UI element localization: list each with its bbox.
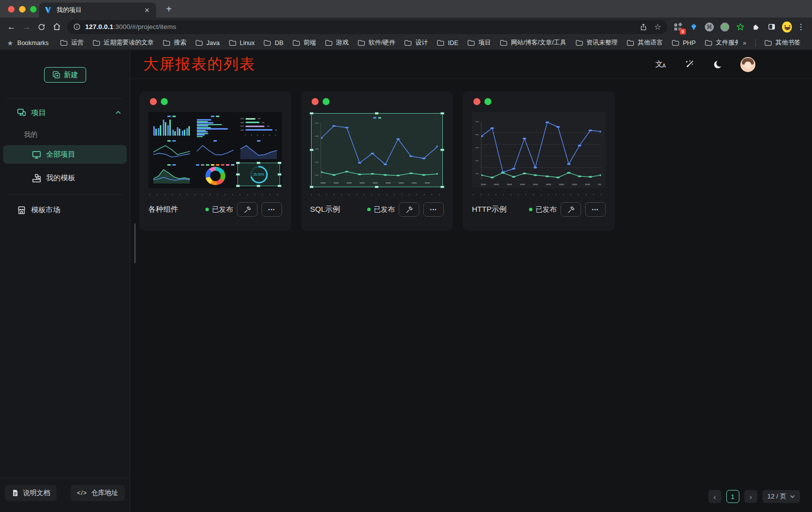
- tab-title: 我的项目: [57, 6, 143, 15]
- card-window-dots: [150, 98, 282, 105]
- project-thumbnail[interactable]: [310, 112, 444, 188]
- selection-handle[interactable]: [236, 162, 240, 164]
- reload-button[interactable]: [34, 20, 49, 35]
- sidebar-item-all-projects[interactable]: 全部项目: [3, 145, 127, 164]
- side-panel-icon[interactable]: [766, 22, 776, 32]
- more-icon: •••: [430, 207, 437, 212]
- bookmark-folder[interactable]: 软件/硬件: [353, 37, 400, 49]
- bookmark-folder[interactable]: Java: [191, 38, 224, 48]
- prev-page-button[interactable]: ‹: [708, 490, 721, 503]
- card-footer: 各种组件 已发布 •••: [148, 202, 282, 217]
- next-page-button[interactable]: ›: [744, 490, 757, 503]
- bookmarks-label[interactable]: Bookmarks: [18, 40, 49, 47]
- selection-handle[interactable]: [278, 162, 282, 164]
- bookmark-folder[interactable]: Linux: [224, 38, 259, 48]
- edit-project-button[interactable]: [561, 202, 581, 217]
- mini-chart: [151, 163, 192, 186]
- bookmark-folder[interactable]: PHP: [667, 38, 700, 48]
- selection-handle[interactable]: [236, 173, 240, 176]
- extension-star-icon[interactable]: [735, 22, 745, 32]
- bookmark-label: 网站/博客/文章/工具: [511, 39, 566, 47]
- extension-command-icon[interactable]: ⌘: [704, 22, 714, 32]
- new-tab-button[interactable]: +: [161, 2, 176, 17]
- current-page-button[interactable]: 1: [726, 490, 739, 503]
- bookmarks-star-icon[interactable]: ★: [7, 39, 14, 47]
- chevron-up-icon[interactable]: [115, 109, 122, 116]
- language-toggle-button[interactable]: 文A: [655, 59, 667, 71]
- bookmark-folder[interactable]: 资讯未整理: [571, 37, 623, 49]
- bookmark-label: IDE: [448, 40, 458, 47]
- sidebar-item-my-templates[interactable]: 我的模板: [3, 169, 127, 187]
- selection-handle[interactable]: [236, 185, 240, 187]
- selection-handle[interactable]: [256, 185, 260, 187]
- edit-project-button[interactable]: [399, 202, 419, 217]
- profile-avatar-emoji[interactable]: [782, 22, 792, 32]
- project-thumbnail[interactable]: [472, 112, 606, 188]
- selection-handle[interactable]: [310, 112, 314, 115]
- dark-mode-button[interactable]: [712, 59, 724, 71]
- bookmark-folder[interactable]: 近期需要读的文章: [88, 37, 158, 49]
- docs-button[interactable]: 说明文档: [5, 485, 57, 501]
- browser-menu-button[interactable]: ⋮: [794, 22, 808, 32]
- extension-record-icon[interactable]: [720, 22, 730, 32]
- sidebar-item-template-market[interactable]: 模板市场: [0, 201, 130, 219]
- bookmark-folder[interactable]: 网站/博客/文章/工具: [495, 37, 571, 49]
- home-button[interactable]: [49, 20, 64, 35]
- user-avatar[interactable]: [740, 57, 755, 72]
- minimize-window-button[interactable]: [19, 6, 26, 13]
- scrollbar[interactable]: [134, 223, 136, 263]
- bookmark-folder[interactable]: 游戏: [321, 37, 353, 49]
- selection-handle[interactable]: [375, 112, 379, 115]
- forward-button[interactable]: →: [19, 20, 34, 35]
- folder-icon: [404, 40, 412, 46]
- browser-tab[interactable]: 我的项目 ✕: [39, 3, 156, 18]
- extension-gem-icon[interactable]: [689, 22, 699, 32]
- status-badge: 已发布: [367, 205, 395, 214]
- selection-handle[interactable]: [278, 173, 282, 176]
- page-size-select[interactable]: 12 / 页: [762, 490, 800, 503]
- share-button[interactable]: [640, 23, 647, 31]
- sidebar-section-projects[interactable]: 项目: [0, 105, 130, 120]
- more-actions-button[interactable]: •••: [423, 202, 444, 217]
- new-project-button[interactable]: 新建: [44, 67, 86, 83]
- extension-badge: 9: [680, 29, 686, 35]
- bookmark-folder[interactable]: 运营: [56, 37, 88, 49]
- bookmark-folder[interactable]: 设计: [400, 37, 432, 49]
- project-thumbnail[interactable]: 25.00%: [148, 112, 282, 188]
- sidebar-divider: [6, 194, 124, 195]
- selection-handle[interactable]: [310, 186, 314, 188]
- selection-handle[interactable]: [310, 149, 314, 151]
- bookmarks-overflow-chevron[interactable]: »: [738, 40, 751, 47]
- theme-wand-button[interactable]: [683, 59, 695, 71]
- project-title: HTTP示例: [472, 205, 506, 214]
- bookmark-folder[interactable]: IDE: [432, 38, 463, 48]
- selection-handle[interactable]: [375, 186, 379, 188]
- selection-handle[interactable]: [278, 185, 282, 187]
- selection-handle[interactable]: [440, 149, 444, 151]
- bookmark-folder[interactable]: 文件服务器: [700, 37, 738, 49]
- window-controls[interactable]: [8, 6, 37, 13]
- other-bookmarks[interactable]: 其他书签: [760, 37, 805, 49]
- extension-grid-icon[interactable]: 9: [673, 22, 683, 32]
- zoom-window-button[interactable]: [30, 6, 37, 13]
- bookmark-page-button[interactable]: ☆: [654, 22, 661, 32]
- more-actions-button[interactable]: •••: [585, 202, 606, 217]
- bookmark-folder[interactable]: 前端: [288, 37, 321, 49]
- folder-icon: [293, 40, 300, 46]
- tab-close-icon[interactable]: ✕: [143, 7, 151, 14]
- bookmark-folder[interactable]: 搜索: [158, 37, 191, 49]
- address-bar[interactable]: 127.0.0.1:3000/#/project/items ☆: [67, 20, 667, 34]
- close-window-button[interactable]: [8, 6, 15, 13]
- extensions-puzzle-icon[interactable]: [751, 22, 761, 32]
- bookmark-folder[interactable]: 项目: [463, 37, 495, 49]
- bookmark-folder[interactable]: DB: [259, 38, 288, 48]
- more-actions-button[interactable]: •••: [261, 202, 282, 217]
- back-button[interactable]: ←: [4, 20, 19, 35]
- edit-project-button[interactable]: [237, 202, 257, 217]
- repo-button[interactable]: </> 仓库地址: [71, 485, 125, 501]
- selection-handle[interactable]: [440, 112, 444, 115]
- bookmark-label: 游戏: [336, 39, 349, 47]
- selection-handle[interactable]: [440, 186, 444, 188]
- selection-handle[interactable]: [256, 162, 260, 164]
- bookmark-folder[interactable]: 其他语言: [622, 37, 667, 49]
